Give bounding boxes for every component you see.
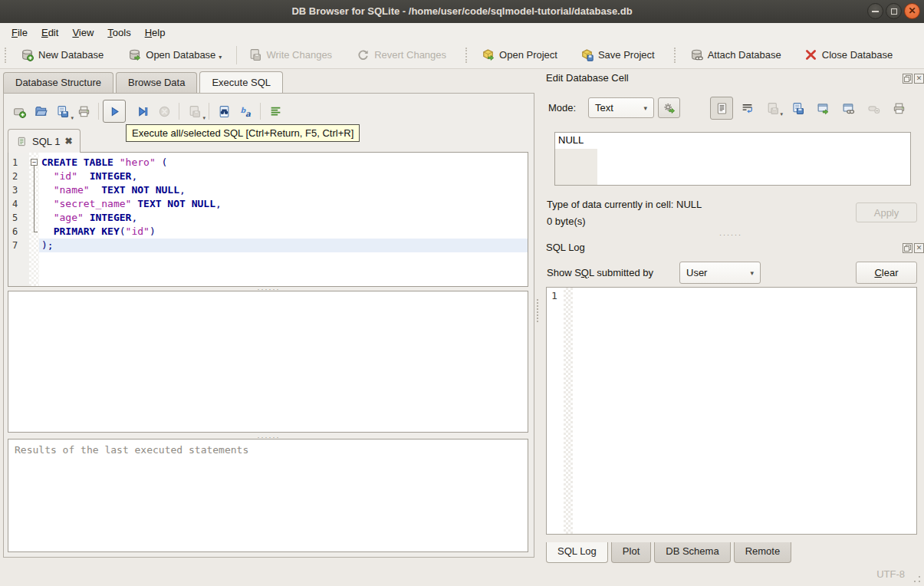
editor-line-4[interactable]: 4 "secret_name" TEXT NOT NULL,	[8, 197, 528, 211]
mode-select-arrow-icon: ▾	[643, 104, 647, 112]
save-project-button[interactable]: Save Project	[574, 44, 662, 65]
toolbar-separator	[236, 46, 237, 64]
line-number: 2	[8, 170, 29, 183]
close-database-icon	[804, 48, 817, 61]
format-sql-button[interactable]	[265, 100, 286, 122]
menu-file[interactable]: File	[5, 25, 35, 41]
export-file-icon	[791, 102, 804, 115]
fold-marker-icon[interactable]: −	[29, 156, 39, 170]
editor-line-3[interactable]: 3 "name" TEXT NOT NULL,	[8, 183, 528, 197]
sql-code-editor[interactable]: 1−CREATE TABLE "hero" (2 "id" INTEGER,3 …	[8, 152, 528, 287]
sql-log-editor[interactable]: 1	[546, 287, 917, 535]
fold-margin	[29, 239, 39, 252]
word-wrap-icon	[741, 102, 754, 115]
minimize-button[interactable]	[867, 3, 883, 19]
sql-file-tab[interactable]: SQL 1 ✖	[8, 129, 81, 153]
titlebar[interactable]: DB Browser for SQLite - /home/user/code/…	[0, 0, 924, 24]
menu-edit[interactable]: Edit	[35, 25, 65, 41]
dock-tab-remote[interactable]: Remote	[734, 542, 792, 563]
text-view-button[interactable]	[710, 97, 733, 120]
execute-all-button[interactable]	[103, 100, 126, 123]
clear-log-button[interactable]: Clear	[856, 262, 917, 284]
toolbar-drag-handle-3[interactable]	[674, 48, 679, 63]
menu-tools[interactable]: Tools	[100, 25, 137, 41]
fold-margin	[29, 170, 39, 183]
splitter-editcell-sqllog[interactable]: ······	[544, 232, 917, 237]
import-dropdown-icon[interactable]: ▾	[780, 111, 783, 117]
sql-log-filter-select[interactable]: User ▾	[679, 262, 761, 284]
maximize-button[interactable]	[886, 3, 902, 19]
dock-tab-db-schema[interactable]: DB Schema	[654, 542, 730, 563]
save-results-button[interactable]: ▾	[183, 100, 205, 122]
editor-line-7[interactable]: 7);	[8, 239, 528, 252]
editor-line-6[interactable]: 6 PRIMARY KEY("id")	[8, 225, 528, 239]
stop-icon	[158, 105, 171, 118]
svg-text:a: a	[245, 108, 250, 117]
open-sql-file-button[interactable]	[30, 100, 51, 122]
apply-button[interactable]: Apply	[856, 202, 917, 222]
sql-log-close-icon[interactable]	[914, 243, 924, 253]
editor-line-1[interactable]: 1−CREATE TABLE "hero" (	[8, 156, 528, 170]
mode-select[interactable]: Text ▾	[588, 97, 654, 118]
toolbar-drag-handle[interactable]	[5, 48, 9, 63]
tab-execute-sql[interactable]: Execute SQL	[199, 71, 283, 93]
dock-tab-plot[interactable]: Plot	[611, 542, 651, 563]
revert-changes-icon	[357, 48, 370, 61]
menu-view[interactable]: View	[65, 25, 100, 41]
open-external-button[interactable]	[814, 100, 831, 117]
results-grid-panel[interactable]	[8, 291, 528, 433]
sql-log-float-icon[interactable]	[903, 243, 912, 253]
print-cell-button[interactable]	[890, 100, 907, 117]
print-icon	[77, 105, 90, 118]
tab-database-structure[interactable]: Database Structure	[3, 72, 113, 93]
dock-tab-sql-log[interactable]: SQL Log	[546, 542, 608, 563]
stop-execution-button[interactable]	[153, 100, 175, 122]
sql-document-icon	[16, 136, 28, 147]
sql-log-dock-controls	[903, 243, 924, 253]
open-database-button[interactable]: Open Database ▾	[121, 44, 229, 65]
auto-format-button[interactable]	[658, 97, 680, 118]
set-null-button[interactable]	[865, 100, 882, 117]
cell-type-info: Type of data currently in cell: NULL	[547, 199, 702, 210]
print-sql-button[interactable]	[73, 100, 94, 122]
open-tab-icon	[13, 105, 26, 118]
menu-help[interactable]: Help	[138, 25, 173, 41]
edit-cell-float-icon[interactable]	[903, 74, 912, 84]
results-message-panel[interactable]: Results of the last executed statements	[8, 439, 528, 552]
import-file-button[interactable]: ▾	[764, 100, 781, 117]
editor-line-5[interactable]: 5 "age" INTEGER,	[8, 211, 528, 225]
sql-tab-close-icon[interactable]: ✖	[64, 136, 72, 146]
open-tab-button[interactable]	[8, 100, 30, 122]
window-controls: ✕	[867, 3, 920, 19]
write-changes-button[interactable]: Write Changes	[242, 44, 339, 65]
save-results-dropdown-icon[interactable]: ▾	[202, 115, 206, 121]
edit-cell-close-icon[interactable]	[914, 74, 924, 84]
find-replace-icon	[218, 105, 231, 118]
code-text: CREATE TABLE "hero" (	[39, 156, 528, 170]
word-wrap-button[interactable]	[738, 100, 755, 117]
toolbar-drag-handle-2[interactable]	[465, 48, 470, 63]
find-replace-button[interactable]	[213, 100, 235, 122]
autocomplete-button[interactable]: ba	[235, 100, 256, 122]
save-sql-file-button[interactable]: ▾	[51, 100, 73, 122]
tab-browse-data[interactable]: Browse Data	[116, 72, 197, 93]
attach-database-button[interactable]: Attach Database	[683, 44, 788, 65]
format-lines-icon	[269, 105, 282, 118]
open-url-button[interactable]	[840, 100, 857, 117]
cell-value-editor[interactable]: NULL	[554, 132, 911, 186]
close-database-button[interactable]: Close Database	[797, 44, 900, 65]
execute-all-icon	[108, 105, 121, 118]
execute-line-button[interactable]	[132, 100, 153, 122]
close-button[interactable]: ✕	[904, 3, 920, 19]
new-database-button[interactable]: New Database	[14, 44, 110, 65]
revert-changes-button[interactable]: Revert Changes	[350, 44, 453, 65]
export-file-button[interactable]	[789, 100, 806, 117]
splitter-main-vertical[interactable]	[537, 299, 541, 322]
line-number: 6	[8, 225, 29, 239]
open-database-dropdown-icon[interactable]: ▾	[219, 54, 222, 61]
line-number: 1	[8, 156, 29, 170]
open-project-button[interactable]: Open Project	[475, 44, 564, 65]
resize-grip[interactable]	[913, 575, 921, 583]
editor-line-2[interactable]: 2 "id" INTEGER,	[8, 170, 528, 183]
line-number: 3	[8, 183, 29, 197]
